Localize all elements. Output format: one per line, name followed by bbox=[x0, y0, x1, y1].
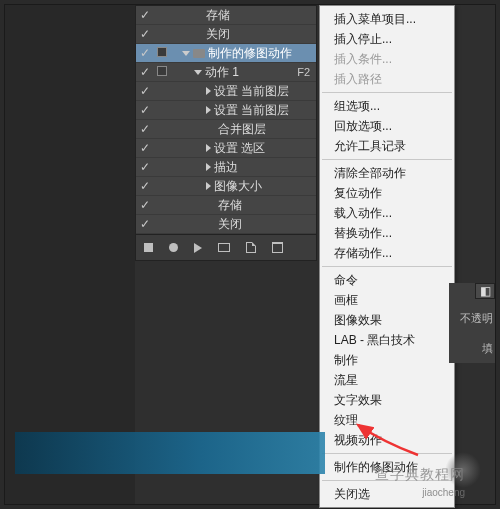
action-row[interactable]: ✓设置 当前图层 bbox=[136, 101, 316, 120]
action-row[interactable]: ✓关闭 bbox=[136, 215, 316, 234]
panel-tab-icon[interactable]: ◧ bbox=[475, 283, 495, 299]
menu-item[interactable]: 插入菜单项目... bbox=[320, 9, 454, 29]
watermark-subtext: jiaocheng bbox=[422, 487, 465, 498]
menu-item[interactable]: 组选项... bbox=[320, 96, 454, 116]
action-label: 图像大小 bbox=[214, 178, 262, 195]
action-row[interactable]: ✓关闭 bbox=[136, 25, 316, 44]
action-row[interactable]: ✓存储 bbox=[136, 6, 316, 25]
layers-panel-edge: ◧ 不透明 填 bbox=[449, 283, 495, 363]
action-label: 关闭 bbox=[206, 26, 230, 43]
toggle-check-icon[interactable]: ✓ bbox=[136, 179, 153, 193]
stop-icon[interactable] bbox=[144, 243, 153, 252]
menu-item[interactable]: 命令 bbox=[320, 270, 454, 290]
action-row[interactable]: ✓合并图层 bbox=[136, 120, 316, 139]
folder-icon bbox=[193, 49, 205, 58]
watermark-text: 查字典教程网 bbox=[375, 466, 465, 484]
menu-separator bbox=[322, 159, 452, 160]
action-label: 设置 当前图层 bbox=[214, 102, 289, 119]
disclosure-triangle-icon[interactable] bbox=[206, 144, 211, 152]
play-icon[interactable] bbox=[194, 243, 202, 253]
action-label: 存储 bbox=[206, 7, 230, 24]
action-label: 关闭 bbox=[218, 216, 242, 233]
toggle-check-icon[interactable]: ✓ bbox=[136, 46, 153, 60]
menu-item[interactable]: 文字效果 bbox=[320, 390, 454, 410]
app-window: ✓存储✓关闭✓制作的修图动作✓动作 1F2✓设置 当前图层✓设置 当前图层✓合并… bbox=[4, 4, 496, 505]
dialog-toggle-icon[interactable] bbox=[153, 46, 170, 60]
toggle-check-icon[interactable]: ✓ bbox=[136, 27, 153, 41]
menu-item[interactable]: 视频动作 bbox=[320, 430, 454, 450]
toggle-check-icon[interactable]: ✓ bbox=[136, 8, 153, 22]
disclosure-triangle-icon[interactable] bbox=[206, 87, 211, 95]
disclosure-triangle-icon[interactable] bbox=[206, 182, 211, 190]
action-row[interactable]: ✓设置 选区 bbox=[136, 139, 316, 158]
opacity-label: 不透明 bbox=[460, 311, 493, 326]
action-row[interactable]: ✓描边 bbox=[136, 158, 316, 177]
watermark-banner bbox=[15, 432, 325, 474]
toggle-check-icon[interactable]: ✓ bbox=[136, 141, 153, 155]
menu-separator bbox=[322, 266, 452, 267]
menu-item[interactable]: 替换动作... bbox=[320, 223, 454, 243]
toggle-check-icon[interactable]: ✓ bbox=[136, 65, 153, 79]
trash-icon[interactable] bbox=[272, 242, 283, 253]
toggle-check-icon[interactable]: ✓ bbox=[136, 84, 153, 98]
toggle-check-icon[interactable]: ✓ bbox=[136, 160, 153, 174]
menu-item[interactable]: 流星 bbox=[320, 370, 454, 390]
actions-toolbar bbox=[136, 234, 316, 260]
menu-item[interactable]: LAB - 黑白技术 bbox=[320, 330, 454, 350]
menu-item[interactable]: 插入停止... bbox=[320, 29, 454, 49]
toggle-check-icon[interactable]: ✓ bbox=[136, 217, 153, 231]
disclosure-triangle-icon[interactable] bbox=[206, 163, 211, 171]
action-row[interactable]: ✓存储 bbox=[136, 196, 316, 215]
record-icon[interactable] bbox=[169, 243, 178, 252]
action-label: 设置 选区 bbox=[214, 140, 265, 157]
action-label: 设置 当前图层 bbox=[214, 83, 289, 100]
menu-item: 插入条件... bbox=[320, 49, 454, 69]
menu-item[interactable]: 载入动作... bbox=[320, 203, 454, 223]
actions-panel: ✓存储✓关闭✓制作的修图动作✓动作 1F2✓设置 当前图层✓设置 当前图层✓合并… bbox=[135, 5, 317, 261]
action-row[interactable]: ✓图像大小 bbox=[136, 177, 316, 196]
fill-label: 填 bbox=[482, 341, 493, 356]
dialog-toggle-icon[interactable] bbox=[153, 65, 170, 79]
menu-item[interactable]: 纹理 bbox=[320, 410, 454, 430]
action-label: 存储 bbox=[218, 197, 242, 214]
action-row[interactable]: ✓设置 当前图层 bbox=[136, 82, 316, 101]
new-set-icon[interactable] bbox=[218, 243, 230, 252]
disclosure-triangle-icon[interactable] bbox=[206, 106, 211, 114]
toggle-check-icon[interactable]: ✓ bbox=[136, 198, 153, 212]
action-label: 动作 1 bbox=[205, 64, 239, 81]
menu-item[interactable]: 清除全部动作 bbox=[320, 163, 454, 183]
menu-item[interactable]: 回放选项... bbox=[320, 116, 454, 136]
action-label: 制作的修图动作 bbox=[208, 45, 292, 62]
menu-item: 插入路径 bbox=[320, 69, 454, 89]
menu-item[interactable]: 制作 bbox=[320, 350, 454, 370]
action-label: 合并图层 bbox=[218, 121, 266, 138]
action-row[interactable]: ✓制作的修图动作 bbox=[136, 44, 316, 63]
new-action-icon[interactable] bbox=[246, 242, 256, 253]
action-row[interactable]: ✓动作 1F2 bbox=[136, 63, 316, 82]
disclosure-triangle-icon[interactable] bbox=[194, 70, 202, 75]
toggle-check-icon[interactable]: ✓ bbox=[136, 103, 153, 117]
menu-separator bbox=[322, 92, 452, 93]
panel-context-menu: 插入菜单项目...插入停止...插入条件...插入路径组选项...回放选项...… bbox=[319, 5, 455, 508]
shortcut-label: F2 bbox=[297, 66, 310, 78]
disclosure-triangle-icon[interactable] bbox=[182, 51, 190, 56]
menu-item[interactable]: 复位动作 bbox=[320, 183, 454, 203]
menu-item[interactable]: 画框 bbox=[320, 290, 454, 310]
menu-item[interactable]: 图像效果 bbox=[320, 310, 454, 330]
toggle-check-icon[interactable]: ✓ bbox=[136, 122, 153, 136]
menu-item[interactable]: 允许工具记录 bbox=[320, 136, 454, 156]
action-label: 描边 bbox=[214, 159, 238, 176]
document-area bbox=[5, 5, 135, 504]
menu-separator bbox=[322, 453, 452, 454]
menu-item[interactable]: 存储动作... bbox=[320, 243, 454, 263]
